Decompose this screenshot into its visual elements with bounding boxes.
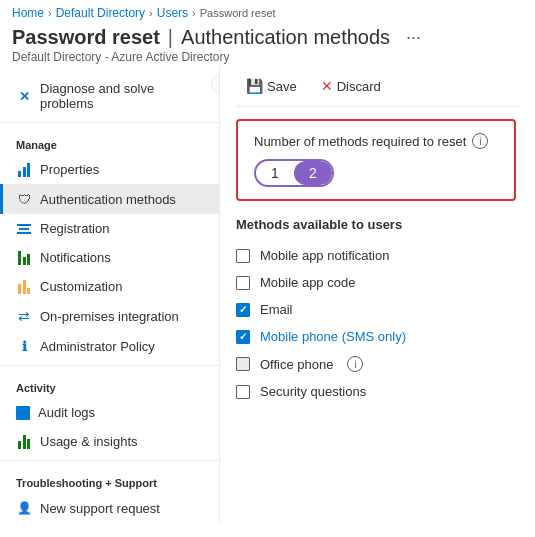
toolbar: 💾 Save ✕ Discard: [236, 66, 519, 107]
sidebar-auditlogs-label: Audit logs: [38, 405, 95, 420]
reset-box-title: Number of methods required to reset i: [254, 133, 498, 149]
content-area: 💾 Save ✕ Discard Number of methods requi…: [220, 66, 535, 523]
page-header: Password reset | Authentication methods …: [0, 22, 535, 66]
auditlogs-icon: [16, 406, 30, 420]
page-title: Password reset: [12, 26, 160, 49]
properties-icon: [16, 163, 32, 177]
customization-icon: [16, 280, 32, 294]
toggle-2-button[interactable]: 2: [294, 161, 332, 185]
adminpolicy-icon: ℹ: [16, 338, 32, 354]
sidebar-item-diagnose[interactable]: ✕ Diagnose and solve problems: [0, 74, 219, 118]
reset-box-title-text: Number of methods required to reset: [254, 134, 466, 149]
sidebar-item-onprem[interactable]: ⇄ On-premises integration: [0, 301, 219, 331]
sidebar-properties-label: Properties: [40, 162, 99, 177]
method-label-email: Email: [260, 302, 293, 317]
sidebar-item-properties[interactable]: Properties: [0, 155, 219, 184]
page-subtitle: Authentication methods: [181, 26, 390, 49]
sidebar-onprem-label: On-premises integration: [40, 309, 179, 324]
sidebar: « ✕ Diagnose and solve problems Manage P…: [0, 66, 220, 523]
sidebar-registration-label: Registration: [40, 221, 109, 236]
sidebar-item-customization[interactable]: Customization: [0, 272, 219, 301]
breadcrumb-home[interactable]: Home: [12, 6, 44, 20]
discard-button[interactable]: ✕ Discard: [311, 74, 391, 98]
support-icon: 👤: [16, 500, 32, 516]
number-toggle: 1 2: [254, 159, 334, 187]
sidebar-item-notifications[interactable]: Notifications: [0, 243, 219, 272]
method-label-mobile-app-code: Mobile app code: [260, 275, 355, 290]
ellipsis-button[interactable]: ···: [402, 27, 425, 48]
breadcrumb-current: Password reset: [200, 7, 276, 19]
sidebar-item-auditlogs[interactable]: Audit logs: [0, 398, 219, 427]
breadcrumb-directory[interactable]: Default Directory: [56, 6, 145, 20]
shield-icon: 🛡: [16, 191, 32, 207]
sidebar-divider-1: [0, 122, 219, 123]
method-label-office-phone: Office phone: [260, 357, 333, 372]
sidebar-diagnose-label: Diagnose and solve problems: [40, 81, 203, 111]
save-icon: 💾: [246, 78, 263, 94]
save-label: Save: [267, 79, 297, 94]
method-item-mobile-phone: Mobile phone (SMS only): [236, 323, 519, 350]
onprem-icon: ⇄: [16, 308, 32, 324]
method-item-mobile-app-code: Mobile app code: [236, 269, 519, 296]
sidebar-item-registration[interactable]: Registration: [0, 214, 219, 243]
discard-label: Discard: [337, 79, 381, 94]
sidebar-activity-section: Activity: [0, 370, 219, 398]
discard-icon: ✕: [321, 78, 333, 94]
reset-methods-box: Number of methods required to reset i 1 …: [236, 119, 516, 201]
method-label-security-questions: Security questions: [260, 384, 366, 399]
sidebar-auth-methods-label: Authentication methods: [40, 192, 176, 207]
method-label-mobile-phone: Mobile phone (SMS only): [260, 329, 406, 344]
method-item-mobile-app-notification: Mobile app notification: [236, 242, 519, 269]
checkbox-mobile-app-code[interactable]: [236, 276, 250, 290]
wrench-icon: ✕: [16, 88, 32, 104]
sidebar-usageinsights-label: Usage & insights: [40, 434, 138, 449]
sidebar-item-newsupport[interactable]: 👤 New support request: [0, 493, 219, 523]
office-phone-info-icon[interactable]: i: [347, 356, 363, 372]
method-item-office-phone: Office phone i: [236, 350, 519, 378]
sidebar-adminpolicy-label: Administrator Policy: [40, 339, 155, 354]
registration-icon: [16, 222, 32, 236]
sidebar-newsupport-label: New support request: [40, 501, 160, 516]
notifications-icon: [16, 251, 32, 265]
method-item-email: Email: [236, 296, 519, 323]
method-label-mobile-app-notification: Mobile app notification: [260, 248, 389, 263]
checkbox-office-phone[interactable]: [236, 357, 250, 371]
methods-title: Methods available to users: [236, 217, 519, 232]
checkbox-mobile-app-notification[interactable]: [236, 249, 250, 263]
sidebar-notifications-label: Notifications: [40, 250, 111, 265]
sidebar-manage-section: Manage: [0, 127, 219, 155]
toggle-1-button[interactable]: 1: [256, 161, 294, 185]
usageinsights-icon: [16, 435, 32, 449]
checkbox-mobile-phone[interactable]: [236, 330, 250, 344]
sidebar-divider-3: [0, 460, 219, 461]
sidebar-divider-2: [0, 365, 219, 366]
checkbox-email[interactable]: [236, 303, 250, 317]
sidebar-item-auth-methods[interactable]: 🛡 Authentication methods: [0, 184, 219, 214]
save-button[interactable]: 💾 Save: [236, 74, 307, 98]
main-layout: « ✕ Diagnose and solve problems Manage P…: [0, 66, 535, 523]
breadcrumb-users[interactable]: Users: [157, 6, 188, 20]
method-item-security-questions: Security questions: [236, 378, 519, 405]
sidebar-troubleshoot-section: Troubleshooting + Support: [0, 465, 219, 493]
sidebar-item-adminpolicy[interactable]: ℹ Administrator Policy: [0, 331, 219, 361]
breadcrumb: Home › Default Directory › Users › Passw…: [0, 0, 535, 22]
checkbox-security-questions[interactable]: [236, 385, 250, 399]
page-description: Default Directory - Azure Active Directo…: [12, 50, 523, 64]
sidebar-customization-label: Customization: [40, 279, 122, 294]
sidebar-item-usageinsights[interactable]: Usage & insights: [0, 427, 219, 456]
reset-info-icon[interactable]: i: [472, 133, 488, 149]
